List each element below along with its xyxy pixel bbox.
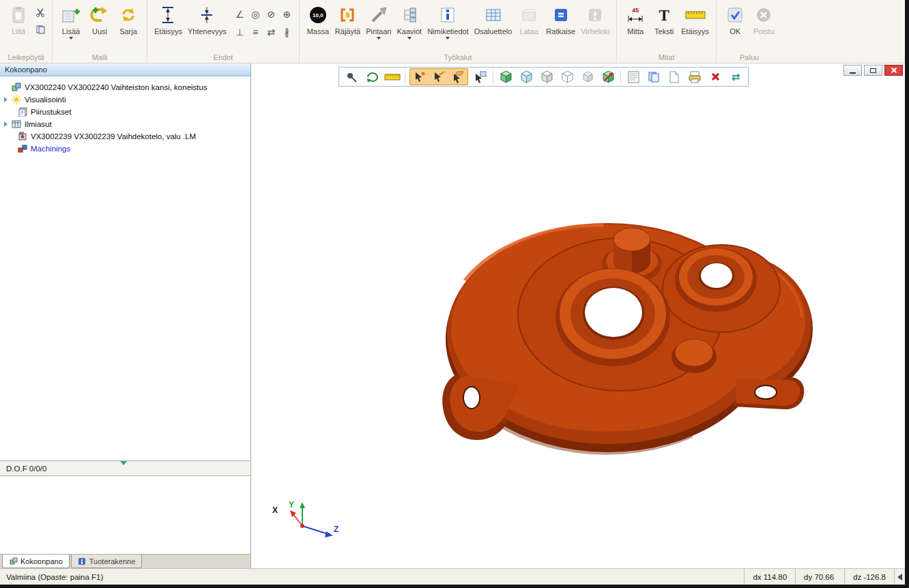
- parallel-constraint-icon[interactable]: ≡: [248, 24, 263, 40]
- shaded-view-icon[interactable]: [496, 69, 515, 85]
- dimensions-group-label: Mitat: [617, 53, 716, 61]
- select-face-icon[interactable]: [448, 69, 467, 85]
- wireframe-view-icon[interactable]: [517, 69, 536, 85]
- add-part-dropdown-icon[interactable]: [69, 37, 73, 40]
- pin-icon[interactable]: [342, 69, 361, 85]
- solve-button[interactable]: Ratkaise: [544, 3, 577, 37]
- info-tab-icon: [78, 557, 87, 565]
- tree-item-root[interactable]: VX3002240 VX3002240 Vaihteiston kansi, k…: [0, 81, 250, 93]
- axis-x-label: X: [272, 505, 278, 515]
- cut-button[interactable]: [33, 5, 47, 19]
- viewport-3d[interactable]: ⇄ X Y Z: [252, 63, 905, 568]
- mass-icon: 10,0: [310, 5, 326, 25]
- load-button[interactable]: Lataa: [515, 3, 543, 37]
- tree-item-machinings[interactable]: Machinings: [0, 143, 250, 155]
- tree-item-label: Ilmiasut: [25, 120, 52, 128]
- series-label: Sarja: [119, 27, 137, 35]
- iso-view-icon[interactable]: [598, 69, 618, 85]
- new-sheet-icon[interactable]: [665, 69, 684, 85]
- parts-list-button[interactable]: Osaluettelo: [472, 3, 515, 37]
- tools-group-label: Työkalut: [300, 53, 616, 61]
- diagrams-dropdown-icon[interactable]: [407, 37, 412, 40]
- tree-item-label: Machinings: [31, 145, 70, 153]
- angle-constraint-icon[interactable]: ∠: [233, 6, 247, 23]
- exit-button[interactable]: Poistu: [750, 3, 777, 37]
- add-part-button[interactable]: Lisää: [57, 3, 85, 41]
- fix-constraint-icon[interactable]: ⊘: [264, 6, 278, 23]
- measure-badge: 45: [632, 8, 639, 14]
- minimize-button[interactable]: [843, 65, 862, 76]
- select-edge-icon[interactable]: [429, 69, 448, 85]
- diagrams-button[interactable]: Kaaviot: [394, 3, 424, 41]
- new-part-button[interactable]: Uusi: [86, 3, 113, 37]
- statusbar-collapse-icon[interactable]: [894, 569, 905, 585]
- series-icon: [119, 5, 137, 25]
- load-label: Lataa: [520, 27, 539, 35]
- ok-label: OK: [730, 27, 740, 35]
- model-gearbox-cover[interactable]: [252, 63, 905, 568]
- ribbon-group-back: OK Poistu Paluu: [717, 0, 782, 63]
- configurations-icon: [10, 119, 22, 130]
- tree-item-drawings[interactable]: Piirustukset: [0, 106, 250, 118]
- tab-label: Tuoterakenne: [89, 557, 135, 565]
- ok-button[interactable]: OK: [721, 3, 749, 37]
- perpendicular-constraint-icon[interactable]: ⊥: [233, 24, 247, 40]
- tree-item-visualization[interactable]: Visualisointi: [0, 93, 250, 106]
- copy-button[interactable]: [33, 23, 47, 36]
- expand-arrow-icon[interactable]: [4, 97, 8, 102]
- concentric-constraint-icon[interactable]: ◎: [248, 6, 263, 23]
- error-log-button[interactable]: Virheloki: [579, 3, 611, 37]
- tree-item-part[interactable]: VX3002239 VX3002239 Vaihdekotelo, valu .…: [0, 130, 250, 143]
- explode-icon: [338, 5, 356, 25]
- print-icon[interactable]: [685, 69, 704, 85]
- mass-button[interactable]: 10,0 Massa: [304, 3, 332, 37]
- distance-constraint-button[interactable]: Etäisyys: [152, 3, 184, 37]
- pattern-constraint-icon[interactable]: ⊕: [280, 6, 294, 23]
- panel-splitter-handle[interactable]: [120, 461, 127, 465]
- paste-button[interactable]: Liitä: [5, 3, 32, 37]
- assembly-panel: Kokoonpano VX3002240 VX3002240 Vaihteist…: [0, 63, 251, 568]
- selection-mode-group: [409, 68, 468, 85]
- copy-sheets-icon[interactable]: [644, 69, 663, 85]
- text-button[interactable]: T Teksti: [650, 3, 678, 37]
- close-icon: [891, 67, 897, 74]
- item-data-button[interactable]: Nimiketiedot: [425, 3, 471, 41]
- item-data-dropdown-icon[interactable]: [446, 37, 450, 40]
- tree-item-configurations[interactable]: Ilmiasut: [0, 118, 250, 130]
- toolbar-separator: [620, 70, 621, 84]
- orbit-icon[interactable]: [362, 69, 381, 85]
- close-button[interactable]: [884, 65, 903, 76]
- to-surface-icon: [370, 5, 388, 25]
- to-surface-button[interactable]: Pintaan: [364, 3, 393, 41]
- delete-view-icon[interactable]: [706, 69, 725, 85]
- tab-tuoterakenne[interactable]: Tuoterakenne: [71, 555, 142, 568]
- solve-icon: [552, 5, 570, 25]
- to-surface-dropdown-icon[interactable]: [377, 37, 381, 40]
- series-button[interactable]: Sarja: [115, 3, 142, 37]
- paste-icon: [11, 5, 26, 25]
- select-vertex-icon[interactable]: [410, 69, 429, 85]
- hidden-line-view-icon[interactable]: [537, 69, 556, 85]
- measure-button[interactable]: 45 Mitta: [622, 3, 649, 37]
- align-constraint-icon[interactable]: ⇄: [264, 24, 278, 40]
- transparent-view-icon[interactable]: [558, 69, 577, 85]
- tab-kokoonpano[interactable]: Kokoonpano: [2, 555, 70, 568]
- status-dy: dy 70.66: [795, 569, 844, 585]
- expand-arrow-icon[interactable]: [4, 121, 8, 127]
- feature-list-icon[interactable]: [624, 69, 643, 85]
- tangent-constraint-icon[interactable]: ∦: [280, 24, 294, 40]
- coincidence-button[interactable]: Yhtenevyys: [186, 3, 229, 37]
- select-solid-icon[interactable]: [471, 69, 490, 85]
- error-log-label: Virheloki: [581, 27, 609, 35]
- swap-view-icon[interactable]: ⇄: [726, 69, 745, 85]
- measure-ruler-icon[interactable]: [383, 69, 402, 85]
- perspective-view-icon[interactable]: [578, 69, 597, 85]
- measure-icon: 45: [627, 5, 644, 25]
- model-group-label: Malli: [53, 53, 147, 61]
- add-part-label: Lisää: [62, 27, 80, 35]
- restore-button[interactable]: [864, 65, 882, 76]
- ribbon-group-clipboard: Liitä Leikepöytä: [0, 0, 53, 63]
- explode-button[interactable]: Räjäytä: [333, 3, 362, 37]
- dim-distance-button[interactable]: Etäisyys: [679, 3, 711, 37]
- minimize-icon: [850, 72, 856, 74]
